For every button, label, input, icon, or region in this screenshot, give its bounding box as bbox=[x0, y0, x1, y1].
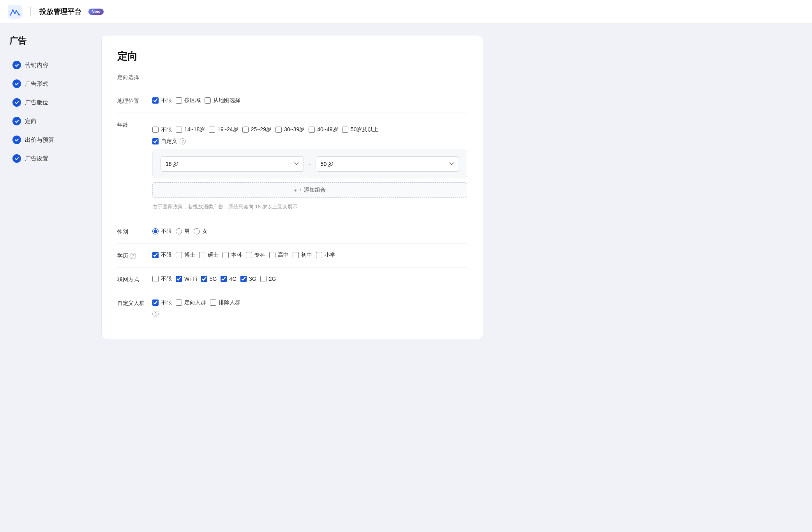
age-30-39-item[interactable]: 30~39岁 bbox=[275, 126, 305, 133]
age-50plus-checkbox[interactable] bbox=[342, 127, 348, 133]
gender-row: 性别 不限 男 女 bbox=[117, 220, 467, 243]
location-region-label: 按区域 bbox=[184, 97, 201, 104]
age-25-29-checkbox[interactable] bbox=[242, 127, 249, 133]
age-19-24-item[interactable]: 19~24岁 bbox=[209, 126, 238, 133]
edu-bachelor-checkbox[interactable] bbox=[222, 252, 229, 258]
svg-point-3 bbox=[14, 12, 16, 14]
gender-unlimited-radio[interactable] bbox=[152, 228, 159, 234]
age-custom-checkbox[interactable] bbox=[152, 138, 159, 144]
age-range-dash: - bbox=[309, 160, 311, 167]
gender-female-label: 女 bbox=[202, 228, 208, 235]
edu-college-item[interactable]: 专科 bbox=[246, 252, 265, 259]
education-help-icon[interactable]: ? bbox=[130, 253, 136, 259]
app-title: 投放管理平台 bbox=[39, 7, 81, 16]
sidebar-item-ad-settings[interactable]: 广告设置 bbox=[9, 150, 86, 167]
net-3g-item[interactable]: 3G bbox=[240, 276, 256, 282]
custom-audience-help-icon[interactable]: ? bbox=[152, 311, 159, 317]
net-3g-label: 3G bbox=[249, 276, 256, 282]
age-custom-help-icon[interactable]: ? bbox=[180, 138, 186, 144]
net-4g-item[interactable]: 4G bbox=[221, 276, 237, 282]
edu-unlimited-item[interactable]: 不限 bbox=[152, 252, 172, 259]
net-unlimited-item[interactable]: 不限 bbox=[152, 275, 172, 282]
location-region-checkbox[interactable] bbox=[176, 97, 182, 104]
location-unlimited-label: 不限 bbox=[161, 97, 172, 104]
age-custom-row: 自定义 ? bbox=[152, 138, 467, 145]
sidebar-item-marketing[interactable]: 营销内容 bbox=[9, 56, 86, 74]
edu-bachelor-item[interactable]: 本科 bbox=[222, 252, 242, 259]
age-unlimited-checkbox[interactable] bbox=[152, 127, 159, 133]
location-unlimited-checkbox[interactable] bbox=[152, 97, 159, 104]
header-divider bbox=[30, 7, 31, 16]
age-19-24-checkbox[interactable] bbox=[209, 127, 215, 133]
net-3g-checkbox[interactable] bbox=[240, 276, 247, 282]
ca-exclude-checkbox[interactable] bbox=[210, 299, 216, 306]
ca-unlimited-checkbox[interactable] bbox=[152, 299, 159, 306]
age-30-39-checkbox[interactable] bbox=[275, 127, 282, 133]
edu-college-checkbox[interactable] bbox=[246, 252, 252, 258]
location-region-item[interactable]: 按区域 bbox=[176, 97, 201, 104]
sidebar-label-ad-position: 广告版位 bbox=[25, 99, 48, 106]
edu-college-label: 专科 bbox=[254, 252, 265, 259]
age-to-select[interactable]: 50 岁 45 岁 40 岁 35 岁 30 岁 bbox=[316, 156, 459, 172]
net-5g-checkbox[interactable] bbox=[201, 276, 207, 282]
gender-male-radio[interactable] bbox=[176, 228, 182, 234]
age-hint: 由于国家政策，若投放酒类广告，系统只会向 18 岁以上受众展示 bbox=[152, 202, 467, 212]
age-40-49-item[interactable]: 40~49岁 bbox=[309, 126, 338, 133]
sidebar: 广告 营销内容 广告形式 广告版位 定向 bbox=[0, 23, 86, 532]
edu-master-item[interactable]: 硕士 bbox=[199, 252, 219, 259]
gender-female-radio[interactable] bbox=[194, 228, 200, 234]
sidebar-label-bid-budget: 出价与预算 bbox=[25, 136, 54, 144]
net-wifi-item[interactable]: Wi-Fi bbox=[176, 276, 197, 282]
page-title: 定向 bbox=[117, 49, 467, 63]
location-label: 地理位置 bbox=[117, 97, 152, 105]
edu-highschool-checkbox[interactable] bbox=[269, 252, 275, 258]
location-map-item[interactable]: 从地图选择 bbox=[205, 97, 240, 104]
age-custom-item[interactable]: 自定义 bbox=[152, 138, 177, 145]
ca-target-checkbox[interactable] bbox=[176, 299, 182, 306]
sidebar-item-bid-budget[interactable]: 出价与预算 bbox=[9, 131, 86, 149]
ca-exclude-item[interactable]: 排除人群 bbox=[210, 299, 240, 306]
location-map-label: 从地图选择 bbox=[213, 97, 240, 104]
app-header: 投放管理平台 New bbox=[0, 0, 812, 23]
gender-female-item[interactable]: 女 bbox=[194, 228, 208, 235]
custom-audience-label: 自定义人群 bbox=[117, 299, 152, 307]
edu-phd-item[interactable]: 博士 bbox=[176, 252, 195, 259]
ca-unlimited-item[interactable]: 不限 bbox=[152, 299, 172, 306]
net-5g-item[interactable]: 5G bbox=[201, 276, 217, 282]
custom-audience-row: 自定义人群 不限 定向人群 bbox=[117, 291, 467, 325]
age-14-18-checkbox[interactable] bbox=[176, 127, 182, 133]
sidebar-item-ad-format[interactable]: 广告形式 bbox=[9, 75, 86, 93]
age-25-29-item[interactable]: 25~29岁 bbox=[242, 126, 272, 133]
net-unlimited-checkbox[interactable] bbox=[152, 276, 159, 282]
edu-primary-checkbox[interactable] bbox=[316, 252, 322, 258]
location-map-checkbox[interactable] bbox=[205, 97, 211, 104]
age-50plus-item[interactable]: 50岁及以上 bbox=[342, 126, 379, 133]
age-unlimited-item[interactable]: 不限 bbox=[152, 126, 172, 133]
sidebar-item-targeting[interactable]: 定向 bbox=[9, 112, 86, 130]
new-badge: New bbox=[88, 9, 104, 15]
net-2g-checkbox[interactable] bbox=[260, 276, 267, 282]
add-combo-button[interactable]: + + 添加组合 bbox=[152, 182, 467, 198]
location-unlimited-item[interactable]: 不限 bbox=[152, 97, 172, 104]
svg-point-1 bbox=[10, 14, 11, 16]
ca-target-label: 定向人群 bbox=[184, 299, 206, 306]
gender-male-item[interactable]: 男 bbox=[176, 228, 190, 235]
age-from-select[interactable]: 18 岁 19 岁 20 岁 25 岁 30 岁 bbox=[161, 156, 304, 172]
net-2g-item[interactable]: 2G bbox=[260, 276, 276, 282]
age-40-49-checkbox[interactable] bbox=[309, 127, 315, 133]
net-4g-checkbox[interactable] bbox=[221, 276, 227, 282]
sidebar-item-ad-position[interactable]: 广告版位 bbox=[9, 93, 86, 111]
edu-middleschool-checkbox[interactable] bbox=[293, 252, 299, 258]
age-25-29-label: 25~29岁 bbox=[251, 126, 272, 133]
edu-highschool-item[interactable]: 高中 bbox=[269, 252, 289, 259]
edu-primary-item[interactable]: 小学 bbox=[316, 252, 335, 259]
ca-target-item[interactable]: 定向人群 bbox=[176, 299, 206, 306]
edu-phd-checkbox[interactable] bbox=[176, 252, 182, 258]
edu-master-label: 硕士 bbox=[208, 252, 219, 259]
edu-middleschool-item[interactable]: 初中 bbox=[293, 252, 312, 259]
edu-master-checkbox[interactable] bbox=[199, 252, 205, 258]
gender-unlimited-item[interactable]: 不限 bbox=[152, 228, 172, 235]
net-wifi-checkbox[interactable] bbox=[176, 276, 182, 282]
edu-unlimited-checkbox[interactable] bbox=[152, 252, 159, 258]
age-14-18-item[interactable]: 14~18岁 bbox=[176, 126, 205, 133]
